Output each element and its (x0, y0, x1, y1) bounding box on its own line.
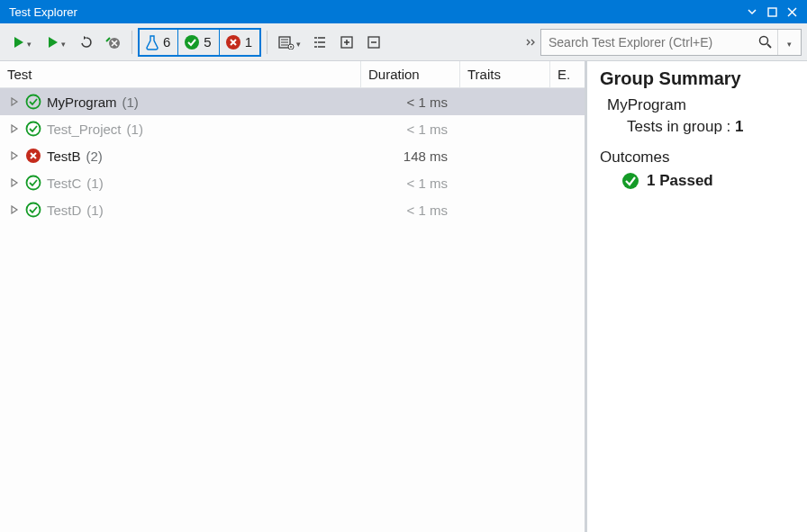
svg-point-2 (185, 35, 199, 50)
test-duration: < 1 ms (361, 95, 460, 110)
expand-toggle[interactable] (5, 124, 23, 133)
svg-point-8 (760, 36, 768, 44)
search-input[interactable] (541, 35, 754, 50)
filter-failed-count: 1 (245, 34, 252, 50)
test-count: (1) (86, 176, 103, 191)
test-count: (1) (86, 203, 103, 218)
pass-icon (621, 172, 639, 190)
collapse-all-button[interactable] (361, 29, 386, 56)
test-duration: < 1 ms (361, 122, 460, 137)
toolbar: 6 5 1 (0, 23, 807, 61)
test-name: TestD (47, 203, 81, 218)
expand-toggle[interactable] (5, 178, 23, 187)
column-header-error[interactable]: E. (550, 61, 586, 87)
test-row[interactable]: TestC(1)< 1 ms (0, 169, 586, 196)
test-count: (1) (122, 95, 139, 110)
toolbar-overflow-button[interactable] (522, 29, 539, 56)
svg-point-14 (622, 173, 639, 189)
group-by-button[interactable] (307, 29, 332, 56)
column-header-traits[interactable]: Traits (460, 61, 550, 87)
filter-box: 6 5 1 (138, 28, 261, 57)
pass-icon (23, 202, 43, 218)
expand-toggle[interactable] (5, 97, 23, 106)
filter-total-button[interactable]: 6 (140, 30, 178, 55)
run-all-button[interactable] (5, 29, 38, 56)
tests-in-group-count: 1 (735, 118, 743, 135)
test-name: TestB (47, 149, 81, 164)
column-header-test[interactable]: Test (0, 61, 361, 87)
svg-point-9 (27, 95, 41, 109)
outcome-text: Passed (659, 172, 713, 189)
pass-icon (23, 175, 43, 191)
repeat-last-run-button[interactable] (74, 29, 99, 56)
window-title: Test Explorer (9, 5, 77, 19)
test-count: (2) (86, 149, 103, 164)
run-button[interactable] (40, 29, 72, 56)
expand-toggle[interactable] (5, 205, 23, 214)
test-name: MyProgram (47, 95, 117, 110)
stop-run-button[interactable] (101, 29, 126, 56)
chevron-down-icon (787, 35, 792, 50)
test-row[interactable]: Test_Project(1)< 1 ms (0, 115, 586, 142)
test-name: TestC (47, 176, 81, 191)
svg-point-13 (27, 203, 41, 217)
svg-point-10 (27, 122, 41, 136)
expand-toggle[interactable] (5, 151, 23, 160)
group-summary-panel: Group Summary MyProgram Tests in group :… (585, 61, 807, 532)
close-button[interactable] (782, 2, 802, 22)
chevron-down-icon (61, 35, 66, 50)
search-options-button[interactable] (777, 30, 801, 55)
filter-failed-button[interactable]: 1 (220, 30, 259, 55)
test-tree-panel: Test Duration Traits E. MyProgram(1)< 1 … (0, 61, 587, 532)
pass-icon (23, 121, 43, 137)
fail-icon (23, 148, 43, 164)
window-menu-button[interactable] (742, 2, 762, 22)
test-name: Test_Project (47, 122, 122, 137)
column-header-duration[interactable]: Duration (361, 61, 460, 87)
filter-passed-button[interactable]: 5 (178, 30, 219, 55)
filter-passed-count: 5 (204, 34, 211, 50)
filter-total-count: 6 (163, 34, 170, 50)
chevron-down-icon (296, 35, 301, 50)
pass-icon (23, 94, 43, 110)
test-count: (1) (127, 122, 143, 137)
svg-point-12 (27, 176, 41, 190)
group-summary-heading: Group Summary (600, 68, 796, 89)
test-duration: < 1 ms (361, 203, 460, 218)
test-row[interactable]: TestD(1)< 1 ms (0, 196, 586, 223)
outcomes-label: Outcomes (600, 149, 796, 167)
playlist-button[interactable] (273, 29, 305, 56)
svg-rect-0 (768, 8, 776, 16)
test-row[interactable]: TestB(2)148 ms (0, 142, 586, 169)
test-duration: < 1 ms (361, 176, 460, 191)
search-button[interactable] (754, 30, 777, 55)
test-duration: 148 ms (361, 149, 460, 164)
chevron-down-icon (27, 35, 32, 50)
group-name: MyProgram (607, 96, 796, 114)
flask-icon (145, 34, 159, 50)
expand-all-button[interactable] (334, 29, 359, 56)
outcome-count: 1 (647, 172, 655, 189)
pass-icon (184, 34, 200, 50)
fail-icon (225, 34, 241, 50)
maximize-button[interactable] (762, 2, 782, 22)
test-row[interactable]: MyProgram(1)< 1 ms (0, 88, 586, 115)
search-icon (758, 35, 773, 50)
tests-in-group-label: Tests in group : (627, 118, 730, 135)
